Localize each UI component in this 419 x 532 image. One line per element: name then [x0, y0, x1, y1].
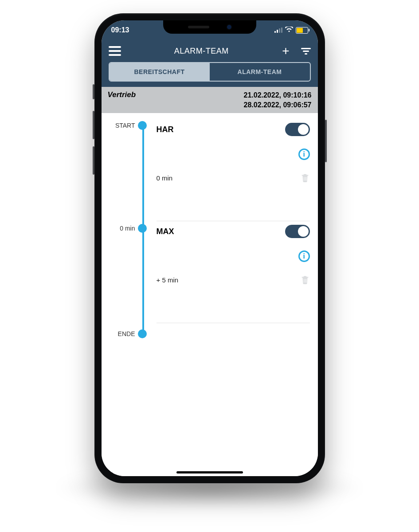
app-nav-bar: ALARM-TEAM + — [102, 40, 318, 62]
filter-button[interactable] — [301, 48, 311, 55]
group-header: Vertrieb 21.02.2022, 09:10:16 28.02.2022… — [102, 87, 318, 113]
duration-label: + 5 min — [157, 276, 179, 284]
content-area: START 0 min ENDE HAR — [102, 113, 318, 476]
group-end-date: 28.02.2022, 09:06:57 — [243, 100, 311, 110]
cellular-signal-icon — [274, 27, 282, 33]
add-button[interactable]: + — [282, 45, 289, 57]
timeline-end-label: ENDE — [118, 330, 135, 337]
timeline-start-label: START — [115, 122, 135, 129]
phone-power-button — [325, 120, 327, 162]
duration-label: 0 min — [157, 174, 173, 182]
timeline-mid-dot[interactable] — [138, 224, 147, 233]
tab-alarm-team[interactable]: ALARM-TEAM — [210, 63, 310, 81]
segmented-control: BEREITSCHAFT ALARM-TEAM — [109, 62, 311, 82]
info-icon[interactable]: i — [298, 250, 310, 262]
battery-icon — [296, 27, 308, 34]
phone-frame: 09:13 ALARM-TEAM + — [94, 13, 325, 483]
phone-volume-up — [93, 111, 94, 139]
phone-volume-down — [93, 146, 94, 175]
list-item: MAX i + 5 min — [157, 221, 310, 323]
toggle-switch[interactable] — [285, 225, 310, 238]
page-title: ALARM-TEAM — [174, 47, 229, 56]
timeline-end-dot[interactable] — [138, 329, 147, 338]
wifi-icon — [285, 26, 293, 34]
phone-notch — [163, 20, 256, 34]
phone-side-switch — [93, 84, 94, 99]
menu-button[interactable] — [109, 46, 121, 56]
person-name: HAR — [157, 125, 174, 134]
tab-bereitschaft[interactable]: BEREITSCHAFT — [110, 63, 210, 81]
person-name: MAX — [157, 227, 174, 236]
group-name: Vertrieb — [108, 90, 136, 99]
status-time: 09:13 — [111, 26, 129, 34]
timeline-start-dot[interactable] — [138, 121, 147, 130]
trash-icon[interactable] — [300, 172, 310, 183]
toggle-switch[interactable] — [285, 123, 310, 136]
home-indicator[interactable] — [176, 471, 243, 473]
timeline-mid-label: 0 min — [120, 225, 135, 232]
info-icon[interactable]: i — [298, 149, 310, 160]
trash-icon[interactable] — [300, 274, 310, 285]
group-start-date: 21.02.2022, 09:10:16 — [243, 90, 311, 100]
list-item: HAR i 0 min — [157, 119, 310, 221]
